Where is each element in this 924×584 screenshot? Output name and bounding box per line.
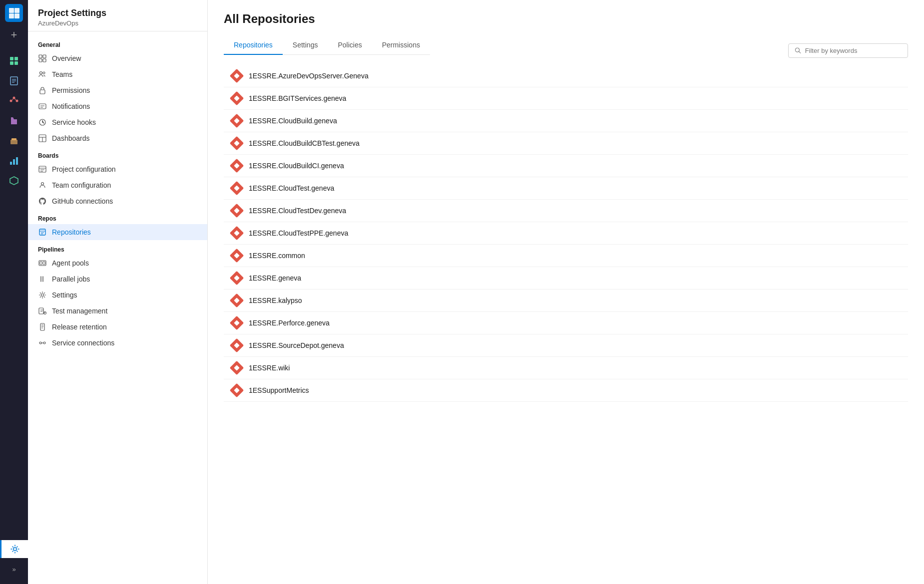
svg-rect-2 — [9, 13, 14, 18]
svg-rect-5 — [14, 57, 18, 60]
table-row[interactable]: 1ESSRE.CloudTestPPE.geneva — [224, 222, 908, 245]
repo-icon — [230, 159, 244, 173]
sidebar-item-project-configuration-label: Project configuration — [52, 165, 116, 173]
sidebar-item-agent-pools[interactable]: Agent pools — [28, 255, 207, 271]
boards-rail-icon[interactable] — [5, 52, 23, 70]
sidebar-item-team-configuration[interactable]: Team configuration — [28, 177, 207, 193]
table-row[interactable]: 1ESSRE.Perforce.geneva — [224, 312, 908, 334]
sidebar-item-project-configuration[interactable]: Project configuration — [28, 161, 207, 177]
svg-rect-20 — [13, 159, 15, 165]
tab-settings[interactable]: Settings — [283, 36, 328, 55]
svg-rect-7 — [14, 61, 18, 65]
overview-icon — [38, 54, 47, 63]
sidebar-title: Project Settings — [38, 8, 197, 18]
table-row[interactable]: 1ESSRE.CloudTest.geneva — [224, 177, 908, 200]
sidebar-item-settings[interactable]: Settings — [28, 287, 207, 303]
table-row[interactable]: 1ESSRE.wiki — [224, 357, 908, 379]
repo-name: 1ESSRE.SourceDepot.geneva — [249, 341, 344, 349]
sidebar-item-dashboards[interactable]: Dashboards — [28, 130, 207, 146]
analytics-rail-icon[interactable] — [5, 152, 23, 170]
repo-icon — [230, 91, 244, 105]
svg-rect-21 — [16, 157, 18, 165]
app-logo-icon[interactable] — [5, 4, 23, 22]
tab-permissions[interactable]: Permissions — [372, 36, 430, 55]
svg-point-14 — [16, 100, 18, 102]
sidebar-item-dashboards-label: Dashboards — [52, 134, 90, 142]
collapse-rail-icon[interactable]: » — [5, 560, 23, 578]
icon-rail: + » — [0, 0, 28, 584]
sidebar-item-service-connections[interactable]: Service connections — [28, 335, 207, 351]
notifications-icon — [38, 102, 47, 111]
sidebar-nav: General Overview Teams Permissions Notif… — [28, 31, 207, 355]
svg-point-61 — [39, 342, 41, 344]
repo-name: 1ESSRE.CloudBuildCI.geneva — [249, 162, 344, 170]
svg-rect-31 — [39, 104, 46, 109]
sidebar-item-overview-label: Overview — [52, 54, 81, 62]
repos-rail-icon[interactable] — [5, 72, 23, 90]
tab-repositories[interactable]: Repositories — [224, 36, 283, 55]
testplans-rail-icon[interactable] — [5, 112, 23, 130]
svg-line-65 — [799, 51, 801, 53]
tab-policies[interactable]: Policies — [328, 36, 372, 55]
section-repos: Repos — [28, 209, 207, 224]
sidebar-item-notifications[interactable]: Notifications — [28, 98, 207, 114]
sidebar-item-github-connections[interactable]: GitHub connections — [28, 193, 207, 209]
table-row[interactable]: 1ESSRE.BGITServices.geneva — [224, 87, 908, 110]
sidebar-item-permissions-label: Permissions — [52, 86, 90, 94]
sidebar-item-parallel-jobs[interactable]: Parallel jobs — [28, 271, 207, 287]
repo-icon — [230, 361, 244, 375]
github-icon — [38, 197, 47, 206]
dashboards-icon — [38, 134, 47, 143]
table-row[interactable]: 1ESSRE.common — [224, 245, 908, 267]
repositories-icon — [38, 228, 47, 237]
sidebar-item-teams[interactable]: Teams — [28, 66, 207, 82]
table-row[interactable]: 1ESSRE.geneva — [224, 267, 908, 290]
sidebar-item-service-hooks-label: Service hooks — [52, 118, 96, 126]
sidebar-item-permissions[interactable]: Permissions — [28, 82, 207, 98]
table-row[interactable]: 1ESSupportMetrics — [224, 379, 908, 402]
svg-point-40 — [41, 183, 44, 185]
release-retention-icon — [38, 322, 47, 331]
section-boards: Boards — [28, 146, 207, 161]
svg-rect-46 — [40, 262, 42, 265]
table-row[interactable]: 1ESSRE.kalypso — [224, 290, 908, 312]
sidebar-item-release-retention[interactable]: Release retention — [28, 319, 207, 335]
table-row[interactable]: 1ESSRE.SourceDepot.geneva — [224, 334, 908, 357]
sidebar-item-release-retention-label: Release retention — [52, 323, 107, 331]
repo-name: 1ESSRE.geneva — [249, 274, 301, 282]
settings-rail-icon[interactable] — [0, 540, 28, 558]
repo-name: 1ESSupportMetrics — [249, 386, 309, 394]
filter-input-container[interactable] — [788, 43, 908, 58]
svg-rect-4 — [10, 57, 13, 60]
connections-rail-icon[interactable] — [5, 172, 23, 190]
parallel-jobs-icon — [38, 275, 47, 284]
filter-by-keywords-input[interactable] — [805, 47, 902, 54]
sidebar-item-overview[interactable]: Overview — [28, 50, 207, 66]
svg-rect-30 — [40, 90, 45, 94]
repo-icon — [230, 383, 244, 397]
svg-rect-47 — [43, 262, 45, 265]
repo-name: 1ESSRE.kalypso — [249, 296, 302, 304]
table-row[interactable]: 1ESSRE.CloudTestDev.geneva — [224, 200, 908, 222]
repo-name: 1ESSRE.CloudTest.geneva — [249, 184, 334, 192]
table-row[interactable]: 1ESSRE.CloudBuild.geneva — [224, 110, 908, 132]
table-row[interactable]: 1ESSRE.CloudBuildCI.geneva — [224, 155, 908, 177]
repo-name: 1ESSRE.Perforce.geneva — [249, 319, 330, 327]
sidebar-item-repositories[interactable]: Repositories — [28, 224, 207, 240]
pipelines-rail-icon[interactable] — [5, 92, 23, 110]
svg-point-62 — [43, 342, 45, 344]
filter-icon — [795, 47, 801, 54]
sidebar-item-test-management[interactable]: Test management — [28, 303, 207, 319]
sidebar-item-agent-pools-label: Agent pools — [52, 259, 89, 267]
svg-line-15 — [12, 99, 13, 100]
table-row[interactable]: 1ESSRE.AzureDevOpsServer.Geneva — [224, 65, 908, 87]
sidebar-item-service-hooks[interactable]: Service hooks — [28, 114, 207, 130]
sidebar: Project Settings AzureDevOps General Ove… — [28, 0, 208, 584]
artifacts-rail-icon[interactable] — [5, 132, 23, 150]
teams-icon — [38, 70, 47, 79]
table-row[interactable]: 1ESSRE.CloudBuildCBTest.geneva — [224, 132, 908, 155]
svg-rect-0 — [9, 8, 14, 13]
main-content: All Repositories Repositories Settings P… — [208, 0, 924, 584]
repo-name: 1ESSRE.wiki — [249, 364, 290, 372]
add-icon[interactable]: + — [5, 26, 23, 44]
